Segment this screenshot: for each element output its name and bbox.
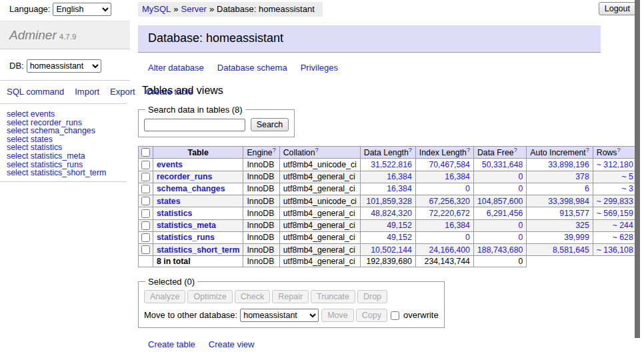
adminer-logo: Adminer4.7.9 bbox=[0, 21, 130, 49]
scrollbar-thumb[interactable] bbox=[635, 0, 640, 338]
link-create-table[interactable]: Create table bbox=[148, 339, 195, 349]
value-link-auto-increment[interactable]: 6 bbox=[585, 184, 589, 193]
value-link-rows[interactable]: ~ 244 bbox=[613, 221, 633, 230]
value-link-index-length[interactable]: 24,166,400 bbox=[429, 245, 470, 255]
value-link-rows[interactable]: ~ 569,159 bbox=[597, 209, 633, 218]
help-link-engine[interactable]: ? bbox=[273, 147, 276, 153]
analyze-button[interactable]: Analyze bbox=[144, 290, 185, 303]
logout-button[interactable]: Logout bbox=[599, 2, 636, 15]
nav-link-privileges[interactable]: Privileges bbox=[301, 63, 338, 73]
row-checkbox[interactable] bbox=[141, 209, 150, 218]
check-button[interactable]: Check bbox=[235, 290, 270, 303]
sidebar-select-events[interactable]: select events bbox=[7, 110, 127, 119]
row-checkbox[interactable] bbox=[141, 197, 150, 205]
nav-link-database-schema[interactable]: Database schema bbox=[217, 63, 287, 73]
table-link-statistics-meta[interactable]: statistics_meta bbox=[157, 221, 216, 230]
language-select[interactable]: English bbox=[53, 3, 111, 16]
table-link-statistics-runs[interactable]: statistics_runs bbox=[157, 233, 215, 242]
value-link-rows[interactable]: ~ 3 bbox=[621, 184, 633, 193]
value-link-index-length[interactable]: 67,256,320 bbox=[429, 197, 470, 206]
row-checkbox[interactable] bbox=[141, 173, 150, 181]
table-link-recorder-runs[interactable]: recorder_runs bbox=[157, 172, 212, 181]
value-link-data-length[interactable]: 101,859,328 bbox=[366, 197, 411, 206]
drop-button[interactable]: Drop bbox=[357, 290, 387, 303]
scrollbar-track[interactable] bbox=[635, 0, 644, 362]
cell-collation: utf8mb4_general_ci bbox=[279, 183, 360, 195]
search-input[interactable] bbox=[144, 119, 245, 131]
row-checkbox[interactable] bbox=[141, 221, 150, 230]
table-link-schema-changes[interactable]: schema_changes bbox=[157, 184, 225, 193]
value-link-rows[interactable]: ~ 5 bbox=[621, 172, 633, 181]
cell-data-length: 10,502,144 bbox=[360, 244, 415, 256]
value-link-index-length[interactable]: 70,467,584 bbox=[429, 160, 470, 169]
select-all-checkbox[interactable] bbox=[141, 148, 150, 157]
sidebar-select-statistics-short-term[interactable]: select statistics_short_term bbox=[7, 169, 127, 177]
value-link-index-length[interactable]: 72,220,672 bbox=[429, 209, 470, 218]
value-link-data-length[interactable]: 49,152 bbox=[387, 221, 412, 230]
value-link-data-length[interactable]: 31,522,816 bbox=[371, 160, 412, 169]
row-checkbox[interactable] bbox=[141, 185, 150, 193]
value-link-data-free[interactable]: 188,743,680 bbox=[477, 245, 523, 255]
value-link-auto-increment[interactable]: 378 bbox=[575, 172, 589, 181]
value-link-index-length[interactable]: 16,384 bbox=[445, 172, 470, 181]
table-link-events[interactable]: events bbox=[157, 160, 183, 169]
help-link-collation[interactable]: ? bbox=[315, 147, 319, 153]
help-link-data-free[interactable]: ? bbox=[514, 147, 517, 153]
value-link-data-length[interactable]: 49,152 bbox=[387, 233, 412, 242]
value-link-data-length[interactable]: 16,384 bbox=[387, 184, 412, 193]
cell-auto-increment: 325 bbox=[527, 219, 593, 231]
help-link-data-length[interactable]: ? bbox=[409, 147, 412, 153]
table-link-statistics[interactable]: statistics bbox=[157, 209, 192, 218]
value-link-auto-increment[interactable]: 39,999 bbox=[564, 233, 589, 242]
value-link-rows[interactable]: ~ 628 bbox=[613, 233, 633, 242]
optimize-button[interactable]: Optimize bbox=[187, 290, 232, 303]
value-link-data-free[interactable]: 0 bbox=[519, 221, 523, 230]
truncate-button[interactable]: Truncate bbox=[311, 290, 355, 303]
help-link-index-length[interactable]: ? bbox=[467, 147, 470, 153]
value-link-rows[interactable]: ~ 136,108 bbox=[597, 245, 633, 255]
copy-button[interactable]: Copy bbox=[356, 309, 387, 322]
row-checkbox[interactable] bbox=[141, 245, 150, 254]
value-link-data-free[interactable]: 0 bbox=[519, 172, 523, 181]
move-db-select[interactable]: homeassistant bbox=[240, 309, 319, 322]
table-link-states[interactable]: states bbox=[157, 197, 181, 206]
value-link-index-length[interactable]: 16,384 bbox=[445, 221, 470, 230]
value-link-data-free[interactable]: 104,857,600 bbox=[477, 197, 523, 206]
move-button[interactable]: Move bbox=[321, 309, 354, 322]
cell-index-length: 70,467,584 bbox=[415, 159, 473, 171]
value-link-data-free[interactable]: 0 bbox=[519, 233, 523, 242]
row-checkbox[interactable] bbox=[141, 161, 150, 169]
value-link-data-free[interactable]: 0 bbox=[519, 184, 523, 193]
breadcrumb-item-server[interactable]: Server bbox=[181, 4, 207, 14]
row-checkbox[interactable] bbox=[141, 233, 150, 242]
sidebar-select-statistics-meta[interactable]: select statistics_meta bbox=[7, 152, 127, 161]
value-link-rows[interactable]: ~ 312,180 bbox=[597, 160, 633, 169]
value-link-rows[interactable]: ~ 299,833 bbox=[597, 197, 633, 206]
value-link-data-length[interactable]: 48,824,320 bbox=[371, 209, 412, 218]
value-link-auto-increment[interactable]: 325 bbox=[575, 221, 589, 230]
help-link-rows[interactable]: ? bbox=[617, 147, 621, 153]
cell-rows: ~ 628 bbox=[593, 231, 637, 243]
value-link-auto-increment[interactable]: 913,577 bbox=[559, 209, 589, 218]
search-button[interactable]: Search bbox=[251, 118, 289, 131]
overwrite-checkbox[interactable] bbox=[391, 311, 399, 320]
sidebar-select-schema-changes[interactable]: select schema_changes bbox=[7, 127, 127, 135]
table-link-statistics-short-term[interactable]: statistics_short_term bbox=[157, 245, 239, 255]
value-link-data-length[interactable]: 16,384 bbox=[387, 172, 412, 181]
sidebar-action-sql-command[interactable]: SQL command bbox=[7, 87, 64, 97]
link-create-view[interactable]: Create view bbox=[209, 339, 255, 349]
value-link-auto-increment[interactable]: 8,581,645 bbox=[553, 245, 589, 255]
value-link-index-length[interactable]: 0 bbox=[465, 184, 470, 193]
sidebar-action-import[interactable]: Import bbox=[75, 87, 99, 97]
db-select[interactable]: homeassistant bbox=[27, 59, 101, 73]
value-link-index-length[interactable]: 0 bbox=[465, 233, 470, 242]
breadcrumb-item-mysql[interactable]: MySQL bbox=[142, 4, 171, 14]
value-link-data-free[interactable]: 6,291,456 bbox=[487, 209, 523, 218]
nav-link-alter-database[interactable]: Alter database bbox=[148, 63, 204, 73]
repair-button[interactable]: Repair bbox=[272, 290, 309, 303]
value-link-data-length[interactable]: 10,502,144 bbox=[371, 245, 412, 255]
value-link-data-free[interactable]: 50,331,648 bbox=[482, 160, 523, 169]
value-link-auto-increment[interactable]: 33,398,984 bbox=[548, 197, 589, 206]
value-link-auto-increment[interactable]: 33,898,196 bbox=[548, 160, 589, 169]
help-link-auto-increment[interactable]: ? bbox=[586, 147, 589, 153]
